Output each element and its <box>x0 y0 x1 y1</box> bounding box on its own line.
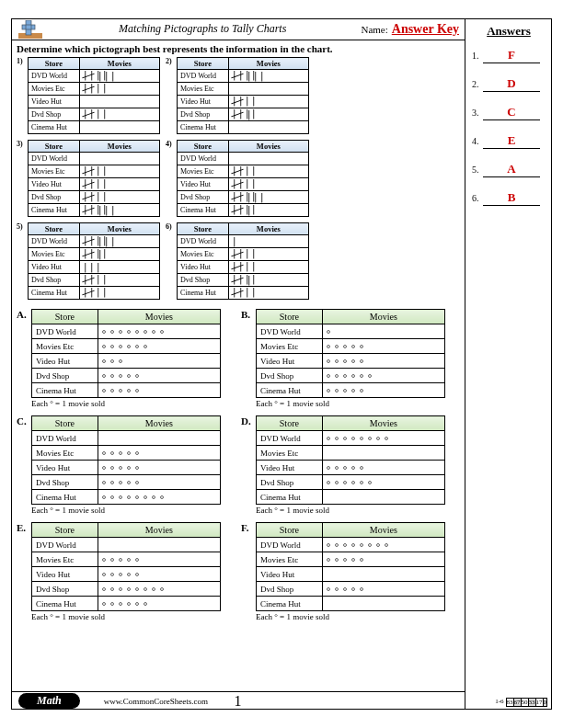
tally-chart-grid: 1)StoreMoviesDVD World|||Movies EtcVideo… <box>11 57 465 305</box>
tally-store-cell: Movies Etc <box>29 165 80 178</box>
instruction-text: Determine which pictograph best represen… <box>11 40 465 57</box>
picto-value-cell <box>322 461 444 475</box>
picto-value-cell <box>98 475 220 490</box>
pictograph-legend: Each ° = 1 movie sold <box>31 612 224 621</box>
footer: Math www.CommonCoreSheets.com 1 <box>11 691 465 710</box>
pictograph-legend: Each ° = 1 movie sold <box>31 399 224 408</box>
tally-value-cell: ||| <box>79 261 159 274</box>
pictograph-label: A. <box>17 309 31 320</box>
tally-header-movies: Movies <box>79 223 159 235</box>
picto-value-cell <box>98 369 220 383</box>
tally-header-movies: Movies <box>228 58 308 70</box>
tally-header-store: Store <box>178 141 229 153</box>
pictograph-label: F. <box>241 522 256 533</box>
picto-value-cell <box>322 339 444 354</box>
answer-line: 6.B <box>472 190 546 206</box>
answers-title: Answers <box>472 24 546 39</box>
picto-store-cell: DVD World <box>32 431 98 446</box>
tally-value-cell <box>228 261 308 274</box>
answer-value: F <box>483 48 540 63</box>
tally-value-cell <box>228 248 308 261</box>
tally-value-cell <box>228 153 308 165</box>
pictograph-row: A.StoreMoviesDVD World Movies Etc Video … <box>17 309 459 408</box>
tally-value-cell: | <box>228 235 308 248</box>
tally-number: 2) <box>166 57 177 65</box>
picto-store-cell: Dvd Shop <box>32 582 98 597</box>
tally-store-cell: Cinema Hut <box>178 287 229 300</box>
tally-store-cell: Movies Etc <box>178 83 229 96</box>
picto-value-cell <box>322 324 444 339</box>
tally-table: StoreMoviesDVD World|||Movies Etc|Video … <box>28 222 160 300</box>
tally-store-cell: Cinema Hut <box>29 121 80 134</box>
tally-store-cell: Video Hut <box>29 178 80 191</box>
answer-key-label: Answer Key <box>392 22 459 37</box>
tally-number: 1) <box>17 57 28 65</box>
pictograph-legend: Each ° = 1 movie sold <box>256 612 449 621</box>
picto-header-movies: Movies <box>98 523 220 538</box>
tally-number: 5) <box>17 222 28 231</box>
picto-value-cell <box>322 490 444 505</box>
picto-value-cell <box>322 354 444 369</box>
answer-value: E <box>483 133 540 149</box>
tally-value-cell <box>228 121 308 134</box>
picto-value-cell <box>98 354 220 369</box>
picto-value-cell <box>322 446 444 461</box>
picto-store-cell: Dvd Shop <box>257 475 323 490</box>
picto-store-cell: Movies Etc <box>257 339 323 354</box>
worksheet-title: Matching Pictographs to Tally Charts <box>44 22 361 36</box>
tally-value-cell: | <box>228 108 308 121</box>
pictograph-C: C.StoreMoviesDVD WorldMovies Etc Video H… <box>17 415 224 515</box>
tally-store-cell: Movies Etc <box>178 165 229 178</box>
answer-line: 5.A <box>472 162 546 177</box>
picto-store-cell: Dvd Shop <box>257 582 323 597</box>
picto-store-cell: Movies Etc <box>32 339 98 354</box>
picto-value-cell <box>98 431 220 446</box>
tally-value-cell <box>228 165 308 178</box>
logo-icon <box>17 20 44 39</box>
picto-value-cell <box>322 475 444 490</box>
tally-value-cell <box>79 108 159 121</box>
picto-header-store: Store <box>32 523 98 538</box>
tally-store-cell: Video Hut <box>178 178 229 191</box>
tally-chart-5: 5)StoreMoviesDVD World|||Movies Etc|Vide… <box>17 222 164 300</box>
pictograph-A: A.StoreMoviesDVD World Movies Etc Video … <box>17 309 224 408</box>
score-range-label: 1-6 <box>495 698 503 705</box>
tally-header-store: Store <box>29 141 80 153</box>
tally-value-cell: ||| <box>228 70 308 83</box>
pictograph-legend: Each ° = 1 movie sold <box>31 506 224 515</box>
tally-store-cell: Video Hut <box>178 96 229 108</box>
tally-chart-1: 1)StoreMoviesDVD World|||Movies EtcVideo… <box>17 57 164 134</box>
tally-table: StoreMoviesDVD WorldMovies EtcVideo HutD… <box>177 140 309 217</box>
pictograph-label: C. <box>17 415 31 427</box>
picto-value-cell <box>322 567 444 582</box>
tally-header-store: Store <box>178 58 229 70</box>
tally-header-store: Store <box>178 223 229 235</box>
tally-store-cell: DVD World <box>178 153 229 165</box>
picto-value-cell <box>322 538 444 552</box>
picto-store-cell: Dvd Shop <box>32 475 98 490</box>
tally-value-cell <box>79 165 159 178</box>
picto-header-store: Store <box>32 310 98 324</box>
answer-number: 1. <box>472 51 483 61</box>
pictograph-grid: A.StoreMoviesDVD World Movies Etc Video … <box>11 305 465 632</box>
picto-header-store: Store <box>257 310 323 324</box>
tally-chart-3: 3)StoreMoviesDVD WorldMovies EtcVideo Hu… <box>17 140 164 217</box>
tally-value-cell <box>228 96 308 108</box>
pictograph-row: C.StoreMoviesDVD WorldMovies Etc Video H… <box>17 415 459 515</box>
subject-badge: Math <box>18 693 80 709</box>
pictograph-table: StoreMoviesDVD WorldMovies Etc Video Hut… <box>31 415 221 505</box>
answer-number: 4. <box>472 136 483 146</box>
picto-store-cell: DVD World <box>257 431 323 446</box>
picto-header-movies: Movies <box>322 310 444 324</box>
tally-store-cell: DVD World <box>178 235 229 248</box>
tally-header-movies: Movies <box>79 141 159 153</box>
picto-store-cell: Cinema Hut <box>32 490 98 505</box>
picto-header-movies: Movies <box>322 523 444 538</box>
page-number: 1 <box>235 693 242 710</box>
picto-value-cell <box>322 552 444 567</box>
picto-value-cell <box>98 582 220 597</box>
tally-header-movies: Movies <box>228 141 308 153</box>
picto-header-store: Store <box>32 416 98 431</box>
pictograph-legend: Each ° = 1 movie sold <box>256 506 449 515</box>
picto-store-cell: Movies Etc <box>32 552 98 567</box>
